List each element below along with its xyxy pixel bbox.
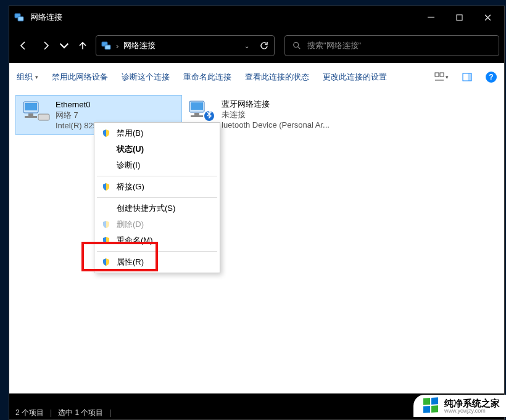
search-placeholder: 搜索"网络连接" [307,40,361,51]
svg-rect-18 [191,115,203,117]
svg-rect-9 [468,73,471,81]
bluetooth-icon [187,99,217,123]
item-status: 未连接 [222,109,330,120]
menu-separator [97,176,217,176]
svg-rect-6 [435,73,439,76]
watermark-logo-icon [422,397,439,414]
item-count: 2 个项目 [15,408,44,418]
nav-toolbar: › 网络连接 ⌄ 搜索"网络连接" [9,28,504,63]
diagnose-link[interactable]: 诊断这个连接 [122,72,170,83]
shield-icon [102,220,110,229]
svg-rect-21 [431,397,438,405]
back-button[interactable] [14,36,33,56]
menu-separator [97,197,217,198]
history-dropdown[interactable] [59,36,70,56]
svg-rect-11 [25,103,37,110]
menu-bridge[interactable]: 桥接(G) [96,179,218,195]
refresh-button[interactable] [259,41,269,51]
item-network: 网络 7 [56,110,97,120]
menu-diagnose[interactable]: 诊断(I) [96,157,218,173]
address-separator: › [116,41,118,51]
watermark-name: 纯净系统之家 [444,398,500,408]
search-input[interactable]: 搜索"网络连接" [284,35,499,56]
item-adapter: luetooth Device (Personal Ar... [222,120,330,130]
preview-pane-button[interactable] [462,72,472,82]
highlight-box [81,242,158,271]
menu-delete: 删除(D) [96,216,218,233]
menu-status[interactable]: 状态(U) [96,141,218,157]
item-name: Ethernet0 [56,99,97,110]
watermark: 纯净系统之家 www.ycwjzy.com [413,395,506,417]
svg-rect-20 [423,398,430,405]
shield-icon [102,183,110,191]
svg-point-5 [294,43,299,47]
shield-icon [102,129,110,138]
content-area: Ethernet0 网络 7 Intel(R) 825 蓝牙网络连接 未 [9,91,504,393]
svg-rect-4 [105,45,110,49]
watermark-url: www.ycwjzy.com [444,408,500,414]
network-connections-icon [101,41,111,51]
ethernet-icon [21,99,51,124]
svg-rect-16 [191,102,203,110]
chevron-down-icon[interactable]: ⌄ [244,43,249,49]
maximize-button[interactable] [445,6,473,28]
view-options-button[interactable]: ▾ [434,72,449,82]
menu-create-shortcut[interactable]: 创建快捷方式(S) [96,200,218,216]
svg-rect-2 [457,15,462,20]
help-button[interactable]: ? [486,72,497,83]
view-status-link[interactable]: 查看此连接的状态 [245,72,309,83]
svg-rect-14 [38,114,49,120]
svg-rect-1 [18,17,23,21]
svg-rect-17 [194,113,199,115]
item-adapter: Intel(R) 825 [56,120,97,131]
selection-count: 选中 1 个项目 [58,408,103,418]
up-button[interactable] [73,36,92,56]
svg-rect-13 [25,116,37,118]
svg-rect-22 [423,406,430,413]
search-icon [292,41,301,50]
menu-disable[interactable]: 禁用(B) [96,125,218,141]
network-connections-icon [14,12,24,22]
titlebar: 网络连接 [9,6,504,28]
svg-rect-23 [431,405,438,413]
item-name: 蓝牙网络连接 [222,99,330,109]
rename-link[interactable]: 重命名此连接 [183,72,231,83]
disable-device-link[interactable]: 禁用此网络设备 [52,72,108,83]
close-button[interactable] [473,6,502,28]
command-bar: 组织▾ 禁用此网络设备 诊断这个连接 重命名此连接 查看此连接的状态 更改此连接… [9,63,504,91]
forward-button[interactable] [36,36,55,56]
address-label: 网络连接 [123,40,156,51]
address-bar[interactable]: › 网络连接 ⌄ [96,35,275,56]
change-settings-link[interactable]: 更改此连接的设置 [323,72,387,83]
explorer-window: 网络连接 › 网络连接 ⌄ 搜索"网络连接" [9,6,505,420]
svg-rect-12 [28,113,33,116]
organize-menu[interactable]: 组织▾ [17,72,38,83]
svg-rect-7 [440,73,444,76]
minimize-button[interactable] [417,6,445,28]
window-title: 网络连接 [30,12,417,23]
